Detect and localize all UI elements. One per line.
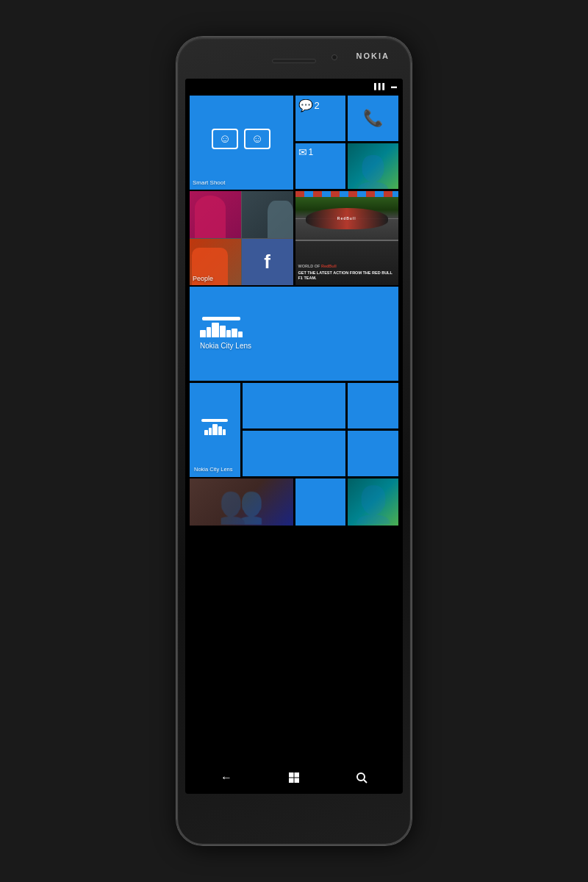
email-badge-wrap: ✉ 1	[298, 146, 314, 158]
sb3	[212, 424, 218, 435]
city-lens-big-tile[interactable]: Nokia City Lens	[190, 287, 398, 381]
search-button[interactable]	[350, 766, 373, 789]
building-3	[212, 323, 219, 337]
phone-device: NOKIA ▌▌▌ ▬ ☺ ☺	[176, 37, 412, 845]
speaker-grille	[272, 59, 316, 63]
people-tile[interactable]: f People	[190, 191, 293, 285]
svg-point-9	[357, 773, 365, 781]
svg-rect-8	[295, 778, 300, 784]
svg-line-10	[364, 780, 367, 783]
row-2: f People	[190, 191, 398, 284]
svg-rect-5	[289, 772, 294, 778]
people-photo-grid: f	[190, 191, 293, 285]
redbull-world-of: WORLD OF RedBull	[298, 264, 396, 269]
city-lens-big-label: Nokia City Lens	[200, 342, 251, 351]
person-icon: 👤	[351, 484, 395, 526]
photo-overlay-1: 👥	[190, 478, 293, 526]
building-5	[226, 330, 231, 337]
phone-tile[interactable]: 📞	[348, 96, 398, 141]
smart-shoot-label: Smart Shoot	[193, 179, 290, 187]
building-4	[220, 326, 226, 337]
people-facebook-tile: f	[242, 239, 293, 286]
person-silhouette: 👤	[353, 157, 393, 189]
smart-shoot-tile[interactable]: ☺ ☺ Smart Shoot	[190, 96, 293, 190]
blue-tile-b[interactable]	[348, 383, 398, 429]
city-buildings	[200, 323, 243, 337]
brand-label: NOKIA	[356, 51, 390, 60]
front-camera	[331, 54, 337, 60]
people-photo-2	[242, 191, 293, 238]
small-scanner	[201, 419, 228, 422]
photo-tile-4[interactable]: 👤	[348, 478, 398, 526]
windows-button[interactable]	[282, 766, 306, 789]
building-2	[207, 327, 211, 337]
f1-car: RedBull	[306, 208, 388, 229]
city-lens-small-label: Nokia City Lens	[194, 466, 236, 473]
smart-shoot-icon: ☺ ☺	[193, 98, 290, 179]
sb2	[209, 428, 212, 435]
photo-person-tile[interactable]: 👤	[348, 143, 398, 189]
redbull-cta: GET THE LATEST ACTION FROM THE RED BULL …	[298, 270, 396, 281]
sb4	[218, 426, 222, 435]
city-lens-small-icon	[194, 387, 236, 466]
photo-tile-1[interactable]: 👥	[190, 478, 293, 526]
building-7	[238, 331, 243, 337]
smiley-left: ☺	[212, 129, 238, 149]
smiley-right: ☺	[244, 129, 270, 149]
status-bar: ▌▌▌ ▬	[185, 79, 403, 93]
nav-bar: ←	[193, 761, 395, 794]
back-button[interactable]: ←	[215, 765, 238, 790]
tiles-scroll-area[interactable]: ☺ ☺ Smart Shoot 💬 2	[185, 93, 403, 794]
people-label: People	[193, 275, 213, 282]
sb1	[204, 430, 208, 435]
row-1: ☺ ☺ Smart Shoot 💬 2	[190, 96, 398, 189]
facebook-icon: f	[264, 251, 270, 273]
track-bg: RedBull	[295, 197, 399, 241]
building-6	[232, 329, 237, 337]
messaging-badge: 💬 2	[298, 98, 320, 112]
phone-icon: 📞	[351, 98, 395, 138]
email-tile[interactable]: ✉ 1	[295, 143, 346, 189]
tiles-container: ☺ ☺ Smart Shoot 💬 2	[185, 93, 403, 528]
building-1	[200, 330, 206, 337]
row-3: Nokia City Lens	[190, 287, 398, 381]
messaging-tile[interactable]: 💬 2	[295, 96, 346, 141]
blue-tile-d[interactable]	[348, 431, 398, 476]
wifi-icon: ▌▌▌	[374, 83, 387, 90]
city-lens-small-tile[interactable]: Nokia City Lens	[190, 383, 240, 477]
phone-screen: ▌▌▌ ▬ ☺ ☺ Smart Shoot	[185, 79, 403, 794]
photo-overlay-4: 👤	[348, 478, 398, 526]
blue-tile-a[interactable]	[243, 383, 346, 429]
redbull-cta-text: WORLD OF RedBull GET THE LATEST ACTION F…	[298, 264, 396, 281]
photo-blue-tile[interactable]	[295, 478, 346, 526]
photo-person-overlay: 👤	[348, 143, 398, 189]
svg-rect-6	[295, 772, 300, 778]
girl-silhouette	[195, 196, 226, 237]
redbull-flag-stripe	[295, 191, 399, 197]
redbull-tile[interactable]: RedBull WORLD OF RedBull GET THE LATEST …	[295, 191, 399, 285]
skater-silhouette	[268, 201, 293, 238]
redbull-brand-car: RedBull	[337, 216, 356, 220]
city-lens-big-icon	[200, 317, 243, 337]
row-4: Nokia City Lens	[190, 383, 398, 476]
row-5-photos: 👥 👤	[190, 478, 398, 526]
sb5	[223, 429, 226, 435]
svg-rect-7	[289, 778, 294, 784]
blue-tile-c[interactable]	[243, 431, 346, 476]
scanner-bar	[202, 317, 240, 320]
battery-icon: ▬	[391, 83, 397, 90]
group-silhouette: 👥	[218, 483, 264, 526]
people-photo-1	[190, 191, 241, 238]
small-buildings	[204, 424, 226, 435]
